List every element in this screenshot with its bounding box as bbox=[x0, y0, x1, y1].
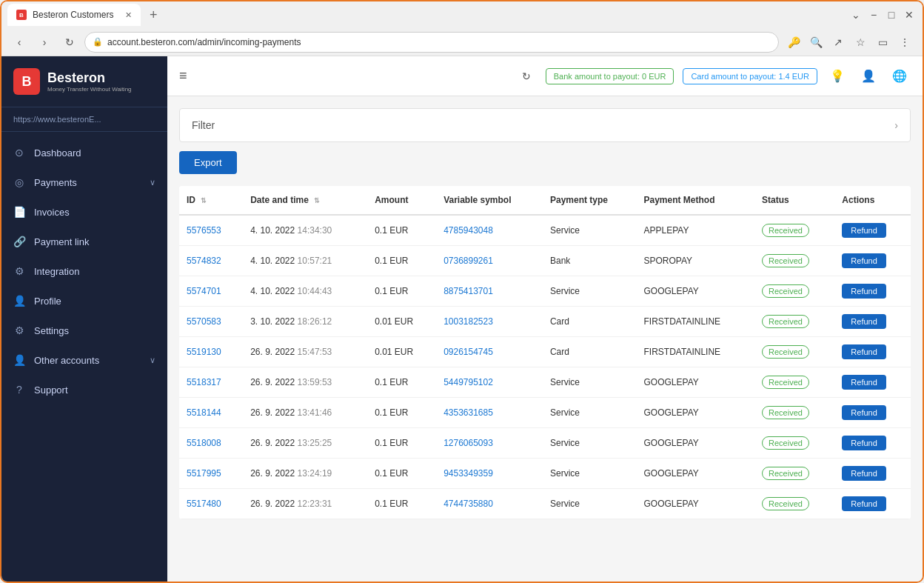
refund-button[interactable]: Refund bbox=[842, 253, 886, 268]
cell-date: 26. 9. 2022 13:59:53 bbox=[243, 367, 367, 398]
lock-icon: 🔒 bbox=[93, 37, 103, 47]
id-link[interactable]: 5517480 bbox=[187, 499, 221, 509]
cell-date: 26. 9. 2022 13:25:25 bbox=[243, 428, 367, 459]
col-header-status: Status bbox=[754, 186, 834, 215]
id-link[interactable]: 5519130 bbox=[187, 347, 221, 357]
cell-status: Received bbox=[754, 428, 834, 459]
logo-text: Besteron bbox=[47, 70, 132, 86]
id-link[interactable]: 5570583 bbox=[187, 316, 221, 327]
minimize-button[interactable]: − bbox=[866, 7, 881, 22]
sidebar-item-other-accounts[interactable]: 👤 Other accounts ∨ bbox=[1, 345, 167, 375]
cell-id: 5517480 bbox=[179, 489, 243, 519]
cell-payment-type: Service bbox=[543, 489, 637, 519]
password-icon-button[interactable]: 🔑 bbox=[783, 32, 804, 53]
expand-button[interactable]: ⌄ bbox=[848, 7, 863, 22]
new-tab-button[interactable]: + bbox=[145, 7, 162, 23]
cell-amount: 0.1 EUR bbox=[367, 459, 436, 489]
cell-id: 5574701 bbox=[179, 276, 243, 307]
invoices-icon: 📄 bbox=[13, 206, 25, 218]
cell-date: 26. 9. 2022 13:24:19 bbox=[243, 459, 367, 489]
id-link[interactable]: 5574832 bbox=[187, 256, 221, 266]
cell-payment-type: Service bbox=[543, 276, 637, 307]
sidebar-item-payment-link[interactable]: 🔗 Payment link bbox=[1, 227, 167, 256]
refresh-button[interactable]: ↻ bbox=[59, 32, 80, 53]
id-link[interactable]: 5518008 bbox=[187, 438, 221, 448]
user-icon-button[interactable]: 👤 bbox=[857, 65, 880, 87]
cell-id: 5518008 bbox=[179, 428, 243, 459]
id-link[interactable]: 5574701 bbox=[187, 286, 221, 296]
sidebar-item-integration[interactable]: ⚙ Integration bbox=[1, 256, 167, 286]
cell-payment-method: GOOGLEPAY bbox=[637, 367, 755, 398]
cell-actions: Refund bbox=[834, 367, 911, 398]
cell-status: Received bbox=[754, 337, 834, 367]
cell-payment-method: GOOGLEPAY bbox=[637, 398, 755, 428]
globe-icon-button[interactable]: 🌐 bbox=[888, 65, 911, 87]
cell-variable-symbol: 0736899261 bbox=[436, 246, 543, 276]
refund-button[interactable]: Refund bbox=[842, 496, 886, 511]
status-badge: Received bbox=[762, 406, 809, 419]
refund-button[interactable]: Refund bbox=[842, 375, 886, 390]
cell-variable-symbol: 4744735880 bbox=[436, 489, 543, 519]
sort-icon[interactable]: ⇅ bbox=[201, 197, 207, 204]
id-link[interactable]: 5576553 bbox=[187, 225, 221, 236]
tab-close-button[interactable]: ✕ bbox=[125, 10, 132, 20]
refund-button[interactable]: Refund bbox=[842, 284, 886, 299]
tab-favicon: B bbox=[16, 10, 27, 20]
id-link[interactable]: 5518144 bbox=[187, 407, 221, 418]
col-header-payment-method: Payment Method bbox=[637, 186, 755, 215]
sidebar-item-dashboard[interactable]: ⊙ Dashboard bbox=[1, 138, 167, 167]
sidebar-item-profile[interactable]: 👤 Profile bbox=[1, 286, 167, 316]
refund-button[interactable]: Refund bbox=[842, 466, 886, 481]
close-button[interactable]: ✕ bbox=[902, 7, 917, 22]
window-controls: ⌄ − □ ✕ bbox=[848, 7, 917, 22]
cell-variable-symbol: 8875413701 bbox=[436, 276, 543, 307]
cell-variable-symbol: 4785943048 bbox=[436, 215, 543, 246]
filter-label: Filter bbox=[192, 119, 215, 131]
sidebar-item-payments[interactable]: ◎ Payments ∨ bbox=[1, 167, 167, 197]
sidebar-item-settings[interactable]: ⚙ Settings bbox=[1, 316, 167, 345]
sidebar-item-label: Settings bbox=[34, 325, 69, 336]
back-button[interactable]: ‹ bbox=[9, 32, 30, 53]
browser-window: B Besteron Customers ✕ + ⌄ − □ ✕ ‹ › ↻ 🔒… bbox=[0, 0, 924, 583]
bulb-icon-button[interactable]: 💡 bbox=[826, 65, 848, 87]
other-accounts-icon: 👤 bbox=[13, 354, 25, 366]
bookmark-icon-button[interactable]: ☆ bbox=[850, 32, 871, 53]
browser-tab[interactable]: B Besteron Customers ✕ bbox=[7, 4, 141, 26]
table-row: 5518317 26. 9. 2022 13:59:53 0.1 EUR 544… bbox=[179, 367, 911, 398]
cell-status: Received bbox=[754, 459, 834, 489]
header-refresh-button[interactable]: ↻ bbox=[516, 66, 537, 87]
share-icon-button[interactable]: ↗ bbox=[828, 32, 848, 53]
profile-icon: 👤 bbox=[13, 295, 25, 307]
sidebar-item-label: Integration bbox=[34, 266, 79, 277]
sort-icon[interactable]: ⇅ bbox=[314, 197, 320, 204]
status-badge: Received bbox=[762, 284, 809, 298]
refund-button[interactable]: Refund bbox=[842, 314, 886, 329]
id-link[interactable]: 5517995 bbox=[187, 468, 221, 479]
cell-payment-method: FIRSTDATAINLINE bbox=[637, 307, 755, 337]
export-button[interactable]: Export bbox=[179, 151, 237, 174]
address-bar[interactable]: 🔒 account.besteron.com/admin/incoming-pa… bbox=[84, 32, 779, 53]
payments-table: ID ⇅ Date and time ⇅ Amount Variable sym… bbox=[179, 186, 911, 519]
reader-icon-button[interactable]: ▭ bbox=[872, 32, 893, 53]
table-body: 5576553 4. 10. 2022 14:34:30 0.1 EUR 478… bbox=[179, 215, 911, 519]
filter-bar[interactable]: Filter › bbox=[179, 108, 911, 142]
hamburger-button[interactable]: ≡ bbox=[179, 68, 187, 84]
dashboard-icon: ⊙ bbox=[13, 147, 25, 159]
refund-button[interactable]: Refund bbox=[842, 405, 886, 420]
cell-payment-method: GOOGLEPAY bbox=[637, 459, 755, 489]
cell-actions: Refund bbox=[834, 428, 911, 459]
table-row: 5576553 4. 10. 2022 14:34:30 0.1 EUR 478… bbox=[179, 215, 911, 246]
menu-icon-button[interactable]: ⋮ bbox=[894, 32, 915, 53]
forward-button[interactable]: › bbox=[34, 32, 55, 53]
search-icon-button[interactable]: 🔍 bbox=[806, 32, 826, 53]
id-link[interactable]: 5518317 bbox=[187, 377, 221, 387]
tab-title: Besteron Customers bbox=[33, 10, 119, 20]
refund-button[interactable]: Refund bbox=[842, 344, 886, 359]
app-container: B Besteron Money Transfer Without Waitin… bbox=[1, 56, 923, 582]
sidebar-item-invoices[interactable]: 📄 Invoices bbox=[1, 197, 167, 227]
refund-button[interactable]: Refund bbox=[842, 223, 886, 238]
sidebar-item-support[interactable]: ? Support bbox=[1, 375, 167, 404]
table-row: 5517995 26. 9. 2022 13:24:19 0.1 EUR 945… bbox=[179, 459, 911, 489]
maximize-button[interactable]: □ bbox=[884, 7, 899, 22]
refund-button[interactable]: Refund bbox=[842, 436, 886, 450]
